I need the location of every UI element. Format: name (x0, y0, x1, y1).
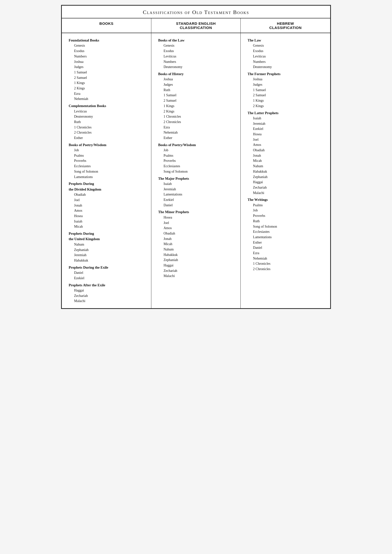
list-item: Lamentations (69, 174, 146, 180)
col-header-2: STANDARD ENGLISHCLASSIFICATION (151, 18, 241, 33)
list-item: Deuteronomy (158, 64, 235, 70)
list-item: 2 Chronicles (158, 119, 235, 125)
list-item: Micah (69, 224, 146, 229)
list-item: Ecclesiastes (158, 164, 235, 169)
table-body: Foundational BooksGenesisExodusNumbersJo… (62, 33, 330, 308)
list-item: Nehemiah (158, 130, 235, 135)
list-item: Numbers (158, 59, 235, 65)
list-item: Proverbs (158, 158, 235, 164)
list-item: Ecclesiastes (69, 164, 146, 169)
list-item: Haggai (158, 263, 235, 268)
list-item: Numbers (248, 59, 325, 65)
list-item: Obadiah (69, 192, 146, 197)
list-item: Daniel (69, 270, 146, 276)
list-item: Ruth (158, 87, 235, 93)
list-item: 1 Samuel (69, 70, 146, 75)
list-item: Job (69, 148, 146, 153)
list-item: Psalms (69, 153, 146, 158)
list-item: Isaiah (158, 181, 235, 187)
section-header: The Latter Prophets (248, 110, 325, 116)
list-item: Zechariah (248, 185, 325, 190)
list-item: Haggai (69, 288, 146, 293)
list-item: Psalms (158, 153, 235, 158)
list-item: Nehemiah (69, 96, 146, 102)
section-header: Prophets During the Exile (69, 265, 146, 270)
list-item: Proverbs (248, 213, 325, 219)
list-item: 2 Chronicles (248, 266, 325, 272)
list-item: 2 Samuel (248, 93, 325, 98)
section-header: Complementation Books (69, 103, 146, 109)
list-item: Judges (158, 82, 235, 87)
section-header: The Major Prophets (158, 176, 235, 181)
list-item: Micah (158, 241, 235, 247)
list-item: Song of Solomon (69, 169, 146, 174)
list-item: Amos (69, 208, 146, 213)
list-item: Leviticus (158, 54, 235, 59)
list-item: Song of Solomon (158, 169, 235, 174)
col-header-1: BOOKS (62, 18, 151, 33)
list-item: 1 Samuel (158, 93, 235, 98)
list-item: Esther (69, 135, 146, 141)
list-item: Exodus (158, 48, 235, 54)
section-header: The Law (248, 38, 325, 43)
list-item: Joel (248, 137, 325, 142)
list-item: Joshua (158, 77, 235, 82)
list-item: Leviticus (248, 54, 325, 59)
list-item: Malachi (69, 298, 146, 304)
section-header: Books of Poetry/Wisdom (69, 142, 146, 148)
list-item: Jeremiah (248, 121, 325, 126)
list-item: Jonah (158, 236, 235, 242)
list-item: Genesis (158, 43, 235, 48)
list-item: Hosea (69, 213, 146, 219)
table-title: Classifications of Old Testament Books (62, 6, 330, 18)
list-item: Genesis (248, 43, 325, 48)
section-header: Books of the Law (158, 38, 235, 43)
list-item: 1 Kings (248, 98, 325, 103)
list-item: Habakkuk (158, 252, 235, 258)
list-item: Obadiah (248, 148, 325, 153)
list-item: 2 Samuel (158, 98, 235, 103)
list-item: 1 Chronicles (69, 125, 146, 130)
section-header: Books of Poetry/Wisdom (158, 142, 235, 148)
list-item: 1 Kings (158, 103, 235, 109)
list-item: Ezra (248, 250, 325, 256)
list-item: Zephaniah (248, 174, 325, 180)
list-item: Jonah (69, 203, 146, 208)
list-item: Ezra (158, 125, 235, 130)
list-item: Ezekiel (158, 197, 235, 203)
list-item: Proverbs (69, 158, 146, 164)
hebrew-column: The LawGenesisExodusLeviticusNumbersDeut… (241, 33, 330, 308)
list-item: Psalms (248, 203, 325, 208)
col-header-3: HEBREWCLASSIFICATION (241, 18, 330, 33)
list-item: 2 Kings (158, 109, 235, 114)
list-item: Micah (248, 158, 325, 164)
list-item: Numbers (69, 54, 146, 59)
list-item: 1 Samuel (248, 87, 325, 93)
list-item: Ezra (69, 91, 146, 97)
list-item: Jonah (248, 153, 325, 158)
list-item: 1 Kings (69, 80, 146, 86)
section-header: The Writings (248, 197, 325, 202)
section-header: Books of History (158, 71, 235, 77)
list-item: Zephaniah (158, 257, 235, 263)
list-item: Nahum (248, 164, 325, 169)
main-table: Classifications of Old Testament Books B… (61, 5, 331, 309)
list-item: Amos (158, 225, 235, 231)
list-item: Nahum (69, 242, 146, 247)
list-item: Ruth (69, 119, 146, 125)
list-item: Deuteronomy (248, 64, 325, 70)
list-item: Hosea (248, 132, 325, 137)
list-item: Jeremiah (158, 187, 235, 192)
list-item: Nehemiah (248, 256, 325, 261)
list-item: Ecclesiastes (248, 229, 325, 235)
list-item: Zephaniah (69, 247, 146, 253)
list-item: 2 Kings (248, 103, 325, 109)
list-item: 2 Kings (69, 86, 146, 91)
list-item: Joshua (69, 59, 146, 65)
standard-english-column: Books of the LawGenesisExodusLeviticusNu… (151, 33, 241, 308)
books-column: Foundational BooksGenesisExodusNumbersJo… (62, 33, 151, 308)
section-header: Foundational Books (69, 38, 146, 43)
list-item: Ezekiel (69, 276, 146, 281)
list-item: Genesis (69, 43, 146, 48)
section-header: Prophets Duringthe United Kingdom (69, 231, 146, 242)
